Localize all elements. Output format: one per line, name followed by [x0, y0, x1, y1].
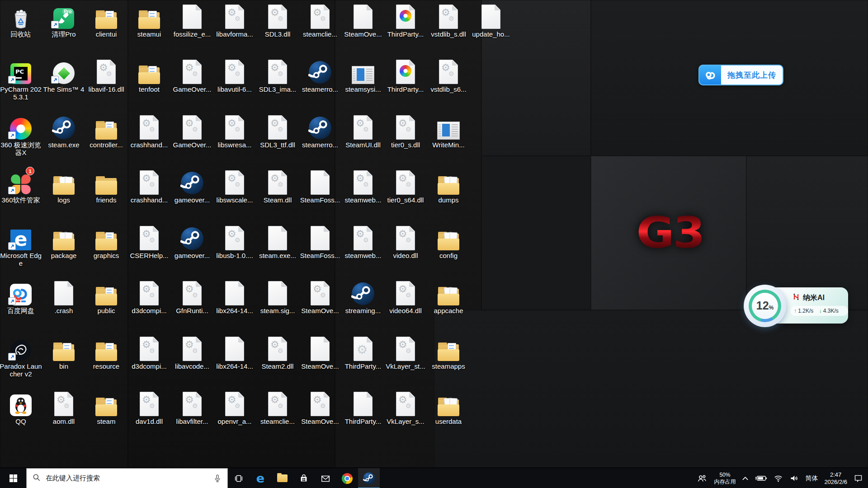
- desktop-icon[interactable]: SteamFoss...: [299, 225, 341, 259]
- desktop-icon[interactable]: SteamOve...: [342, 4, 384, 38]
- desktop-icon[interactable]: ⚙⚙libavcode...: [171, 336, 213, 370]
- desktop-icon[interactable]: ⚙⚙steamweb...: [342, 169, 384, 204]
- desktop-icon[interactable]: ⚙⚙steamclie...: [299, 4, 341, 38]
- desktop-icon[interactable]: ⚙⚙libswscale...: [213, 169, 256, 204]
- desktop-icon[interactable]: WriteMin...: [427, 114, 470, 149]
- desktop-icon[interactable]: friends: [85, 169, 127, 204]
- desktop-icon[interactable]: QQ: [0, 391, 42, 425]
- desktop-icon[interactable]: SteamOve...: [299, 336, 341, 370]
- desktop-icon[interactable]: ⚙⚙libusb-1.0....: [213, 225, 256, 259]
- desktop-icon[interactable]: ⚙⚙SDL3_ttf.dll: [256, 114, 299, 149]
- desktop-icon[interactable]: logs: [42, 169, 85, 204]
- action-center-icon[interactable]: [850, 468, 866, 488]
- desktop-icon[interactable]: ⚙⚙libavfilter...: [171, 391, 213, 425]
- taskbar-mail-button[interactable]: [315, 468, 336, 488]
- desktop-icon[interactable]: package: [42, 225, 85, 259]
- desktop-icon[interactable]: graphics: [85, 225, 127, 259]
- desktop-icon[interactable]: ⚙⚙SteamOve...: [299, 280, 341, 314]
- desktop-icon[interactable]: eMicrosoft Edge: [0, 225, 42, 267]
- desktop-icon[interactable]: The Sims™ 4: [42, 59, 85, 93]
- desktop-icon[interactable]: ⚙⚙libavforma...: [213, 4, 256, 38]
- taskbar-task-view-button[interactable]: [228, 468, 250, 488]
- network-wifi-icon[interactable]: [770, 468, 786, 488]
- desktop-icon[interactable]: ⚙⚙libavif-16.dll: [85, 59, 127, 93]
- desktop-icon[interactable]: ⚙⚙SDL3.dll: [256, 4, 299, 38]
- desktop-icon[interactable]: Pro 清理Pro: [42, 4, 85, 38]
- taskbar-steam-button[interactable]: [358, 468, 380, 488]
- desktop-icon[interactable]: steamerro...: [299, 59, 341, 93]
- desktop-icon[interactable]: 360 极速浏览器X: [0, 114, 42, 156]
- desktop-icon[interactable]: ⚙⚙dav1d.dll: [128, 391, 170, 425]
- battery-icon[interactable]: [752, 468, 770, 488]
- desktop-icon[interactable]: PCPyCharm 2025.3.1: [0, 59, 42, 101]
- desktop-icon[interactable]: ⚙⚙VkLayer_s...: [384, 391, 427, 425]
- desktop-icon[interactable]: ⚙⚙Steam.dll: [256, 169, 299, 204]
- clock[interactable]: 2:47 2026/2/6: [821, 468, 850, 488]
- desktop-icon[interactable]: streaming...: [342, 280, 384, 314]
- desktop-icon[interactable]: ⚙⚙vstdlib_s6...: [427, 59, 470, 93]
- desktop-icon[interactable]: resource: [85, 336, 127, 370]
- desktop-icon[interactable]: ⚙⚙libswresa...: [213, 114, 256, 149]
- desktop-icon[interactable]: steamerro...: [299, 114, 341, 149]
- desktop-icon[interactable]: ⚙⚙CSERHelp...: [128, 225, 170, 259]
- desktop-icon[interactable]: ⚙⚙aom.dll: [42, 391, 85, 425]
- desktop-icon[interactable]: tenfoot: [128, 59, 170, 93]
- desktop-icon[interactable]: steam: [85, 391, 127, 425]
- desktop-icon[interactable]: ThirdParty...: [342, 391, 384, 425]
- desktop-icon[interactable]: ⚙⚙d3dcompi...: [128, 336, 170, 370]
- desktop-icon[interactable]: ⚙⚙crashhand...: [128, 114, 170, 149]
- desktop-icon[interactable]: ⚙⚙SteamUI.dll: [342, 114, 384, 149]
- desktop-icon[interactable]: Paradox Launcher v2: [0, 336, 42, 378]
- desktop-icon[interactable]: ThirdParty...: [384, 59, 427, 93]
- desktop-icon[interactable]: ⚙⚙GfnRunti...: [171, 280, 213, 314]
- taskbar-file-explorer-button[interactable]: [271, 468, 293, 488]
- people-icon[interactable]: [693, 468, 711, 488]
- desktop-icon[interactable]: steamsysi...: [342, 59, 384, 93]
- desktop-icon[interactable]: steamapps: [427, 336, 470, 370]
- desktop-icon[interactable]: 回收站: [0, 4, 42, 38]
- desktop-icon[interactable]: steam.exe: [42, 114, 85, 149]
- taskbar-store-button[interactable]: [293, 468, 315, 488]
- taskbar-chrome-button[interactable]: [336, 468, 358, 488]
- desktop-icon[interactable]: steam.exe...: [256, 225, 299, 259]
- desktop-icon[interactable]: config: [427, 225, 470, 259]
- desktop-icon[interactable]: steamui: [128, 4, 170, 38]
- input-language-indicator[interactable]: 简体: [802, 468, 821, 488]
- desktop-icon[interactable]: ⚙⚙SteamOve...: [299, 391, 341, 425]
- baidu-upload-dropzone[interactable]: 拖拽至此上传: [698, 65, 783, 85]
- memory-gauge[interactable]: 12%: [744, 285, 786, 327]
- desktop-icon[interactable]: userdata: [427, 391, 470, 425]
- desktop-icon[interactable]: ⚙⚙steamweb...: [342, 225, 384, 259]
- desktop-icon[interactable]: ⚙⚙vstdlib_s.dll: [427, 4, 470, 38]
- desktop-icon[interactable]: ⚙⚙steamclie...: [256, 391, 299, 425]
- microphone-icon[interactable]: [213, 474, 222, 483]
- taskbar-edge-button[interactable]: e: [250, 468, 271, 488]
- desktop-icon[interactable]: ⚙⚙video64.dll: [384, 280, 427, 314]
- desktop-icon[interactable]: 1360软件管家: [0, 169, 42, 204]
- memory-usage-indicator[interactable]: 50% 内存占用: [711, 468, 739, 488]
- taskbar-search-box[interactable]: 在此键入进行搜索: [26, 468, 228, 488]
- desktop-icon[interactable]: bin: [42, 336, 85, 370]
- speaker-icon[interactable]: [786, 468, 802, 488]
- desktop-icon[interactable]: ⚙⚙Steam2.dll: [256, 336, 299, 370]
- desktop-icon[interactable]: SteamFoss...: [299, 169, 341, 204]
- desktop-icon[interactable]: .crash: [42, 280, 85, 314]
- desktop-icon[interactable]: ⚙⚙crashhand...: [128, 169, 170, 204]
- desktop-icon[interactable]: ⚙⚙GameOver...: [171, 114, 213, 149]
- desktop-icon[interactable]: ⚙⚙tier0_s.dll: [384, 114, 427, 149]
- desktop-icon[interactable]: ⚙⚙d3dcompi...: [128, 280, 170, 314]
- start-button[interactable]: [0, 468, 26, 488]
- desktop-icon[interactable]: ⚙⚙VkLayer_st...: [384, 336, 427, 370]
- desktop-icon[interactable]: clientui: [85, 4, 127, 38]
- desktop-icon[interactable]: ⚙⚙SDL3_ima...: [256, 59, 299, 93]
- desktop-icon[interactable]: ⚙ThirdParty...: [342, 336, 384, 370]
- desktop-icon[interactable]: steam.sig...: [256, 280, 299, 314]
- desktop-icon[interactable]: libx264-14...: [213, 336, 256, 370]
- tray-expand-chevron[interactable]: [739, 468, 752, 488]
- desktop-icon[interactable]: 百度网盘: [0, 280, 42, 314]
- desktop-icon[interactable]: ⚙⚙openvr_a...: [213, 391, 256, 425]
- desktop-icon[interactable]: ⚙⚙video.dll: [384, 225, 427, 259]
- desktop-icon[interactable]: ⚙⚙tier0_s64.dll: [384, 169, 427, 204]
- desktop-icon[interactable]: gameover...: [171, 169, 213, 204]
- desktop-icon[interactable]: ⚙⚙GameOver...: [171, 59, 213, 93]
